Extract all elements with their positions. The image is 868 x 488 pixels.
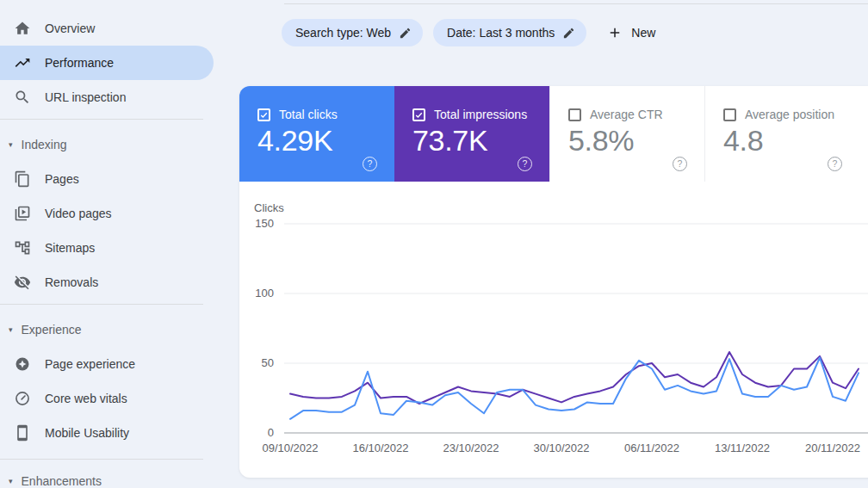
sidebar-item-label: Page experience [45, 357, 135, 371]
chevron-down-icon: ▾ [9, 477, 13, 485]
sidebar-section-experience[interactable]: ▾ Experience [0, 312, 224, 347]
chevron-down-icon: ▾ [9, 140, 13, 149]
sidebar-item-label: Pages [45, 172, 79, 186]
metric-value: 4.8 [723, 124, 763, 158]
eye-off-icon [14, 274, 31, 291]
date-filter-chip-label: Date: Last 3 months [447, 26, 555, 40]
total-clicks-checkbox[interactable] [257, 108, 270, 121]
average-position-card[interactable]: Average position 4.8 ? [704, 86, 859, 182]
sidebar: Overview Performance URL inspection ▾ In… [0, 0, 224, 488]
search-type-chip[interactable]: Search type: Web [282, 19, 423, 46]
sidebar-section-indexing[interactable]: ▾ Indexing [0, 127, 224, 162]
sidebar-item-label: Performance [45, 56, 114, 70]
metric-value: 5.8% [568, 124, 634, 158]
metric-label: Total impressions [434, 108, 527, 121]
y-axis-title: Clicks [254, 201, 284, 214]
date-filter-chip[interactable]: Date: Last 3 months [433, 19, 586, 46]
top-divider [284, 3, 868, 4]
sidebar-item-label: Core web vitals [45, 392, 127, 405]
sitemap-tree-icon [14, 239, 31, 256]
home-icon [14, 20, 31, 37]
metrics-row: Total clicks 4.29K ? Total impressions 7… [239, 86, 859, 182]
sidebar-item-core-web-vitals[interactable]: Core web vitals [0, 381, 214, 416]
sidebar-item-overview[interactable]: Overview [0, 11, 214, 46]
help-icon[interactable]: ? [363, 157, 377, 171]
chevron-down-icon: ▾ [9, 325, 13, 334]
sidebar-item-pages[interactable]: Pages [0, 162, 214, 196]
metric-value: 4.29K [257, 124, 332, 158]
help-icon[interactable]: ? [673, 157, 687, 171]
new-filter-button[interactable]: New [607, 25, 655, 40]
y-tick-label: 150 [239, 217, 274, 230]
sidebar-item-sitemaps[interactable]: Sitemaps [0, 231, 214, 265]
clicks-chart-svg [284, 224, 868, 433]
section-label: Experience [22, 323, 82, 337]
x-tick-label: 16/10/2022 [352, 442, 408, 454]
x-tick-label: 09/10/2022 [262, 442, 318, 454]
video-pages-icon [14, 205, 31, 222]
smartphone-icon [14, 424, 31, 442]
x-tick-label: 20/11/2022 [805, 442, 860, 454]
section-label: Indexing [22, 138, 67, 151]
sidebar-divider [0, 304, 203, 305]
sidebar-item-label: Video pages [45, 207, 112, 220]
clicks-chart: Clicks 150 100 50 0 09/10/2022 16/10/202… [239, 196, 868, 463]
page-experience-icon [14, 355, 31, 373]
trending-up-icon [14, 54, 31, 71]
sidebar-item-label: Removals [45, 275, 98, 289]
pages-icon [14, 170, 31, 188]
plus-icon [607, 25, 623, 40]
sidebar-section-enhancements[interactable]: ▾ Enhancements [0, 464, 224, 488]
total-impressions-card[interactable]: Total impressions 73.7K ? [394, 86, 549, 182]
sidebar-item-url-inspection[interactable]: URL inspection [0, 80, 214, 114]
total-clicks-card[interactable]: Total clicks 4.29K ? [239, 86, 394, 182]
search-icon [14, 89, 31, 106]
sidebar-item-label: Mobile Usability [45, 426, 129, 440]
average-ctr-checkbox[interactable] [568, 108, 581, 121]
new-filter-button-label: New [631, 26, 655, 40]
gauge-icon [14, 390, 31, 407]
sidebar-divider [0, 119, 203, 120]
sidebar-item-label: Sitemaps [45, 241, 95, 255]
x-tick-label: 13/11/2022 [715, 442, 770, 454]
metric-label: Average CTR [590, 108, 663, 121]
sidebar-item-video-pages[interactable]: Video pages [0, 196, 214, 231]
metric-value: 73.7K [412, 124, 487, 158]
average-position-checkbox[interactable] [723, 108, 736, 121]
x-tick-label: 06/11/2022 [624, 442, 679, 454]
x-tick-label: 30/10/2022 [533, 442, 589, 454]
section-label: Enhancements [22, 474, 102, 488]
x-tick-label: 23/10/2022 [443, 442, 499, 454]
y-tick-label: 50 [239, 356, 274, 369]
sidebar-item-label: URL inspection [45, 90, 126, 104]
sidebar-divider [0, 459, 203, 460]
sidebar-item-page-experience[interactable]: Page experience [0, 347, 214, 381]
total-impressions-checkbox[interactable] [412, 108, 425, 121]
performance-report-card: Total clicks 4.29K ? Total impressions 7… [239, 86, 868, 478]
help-icon[interactable]: ? [518, 157, 532, 171]
help-icon[interactable]: ? [828, 157, 842, 171]
search-console-performance-page: Overview Performance URL inspection ▾ In… [0, 0, 868, 488]
average-ctr-card[interactable]: Average CTR 5.8% ? [549, 86, 704, 182]
metric-label: Total clicks [279, 108, 338, 121]
y-tick-label: 0 [239, 426, 274, 439]
sidebar-item-performance[interactable]: Performance [0, 46, 214, 80]
filter-bar: Search type: Web Date: Last 3 months New [282, 19, 655, 46]
edit-pencil-icon [562, 27, 575, 40]
edit-pencil-icon [399, 27, 412, 40]
sidebar-item-label: Overview [45, 22, 95, 35]
y-tick-label: 100 [239, 287, 274, 300]
sidebar-item-mobile-usability[interactable]: Mobile Usability [0, 416, 214, 450]
metric-label: Average position [745, 108, 834, 121]
search-type-chip-label: Search type: Web [295, 26, 391, 40]
sidebar-item-removals[interactable]: Removals [0, 265, 214, 300]
